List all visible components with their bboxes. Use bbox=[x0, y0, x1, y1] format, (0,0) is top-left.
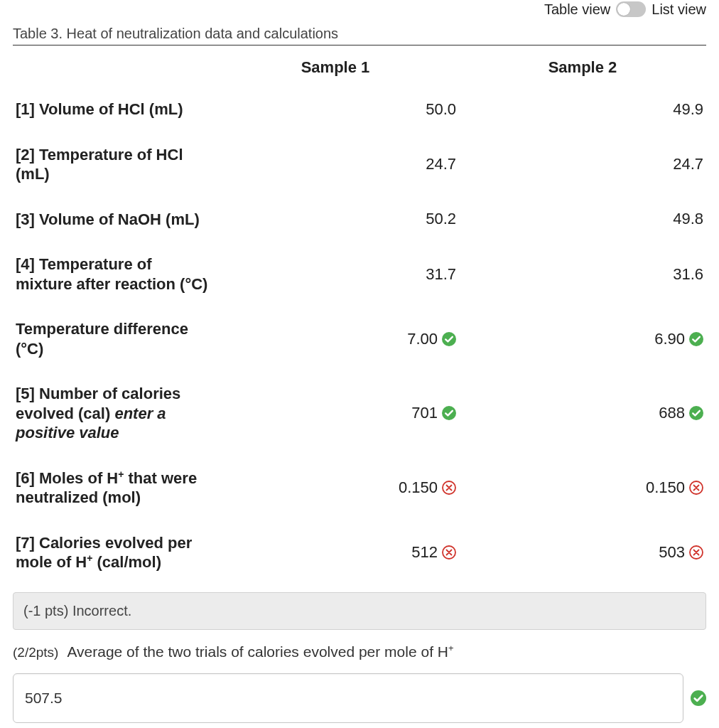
table-row: [7] Calories evolved per mole of H+ (cal… bbox=[13, 523, 706, 588]
check-circle-icon bbox=[442, 332, 456, 346]
row-value-sample2: 0.150 bbox=[459, 459, 706, 523]
row-value-sample1: 0.150 bbox=[212, 459, 459, 523]
view-toggle-label-left: Table view bbox=[544, 1, 610, 18]
feedback-text: (-1 pts) Incorrect. bbox=[23, 603, 131, 619]
question-text: Average of the two trials of calories ev… bbox=[67, 643, 453, 660]
row-value-sample1: 24.7 bbox=[212, 135, 459, 200]
row-value-sample2: 31.6 bbox=[459, 245, 706, 309]
table-row: [5] Number of calories evolved (cal) ent… bbox=[13, 374, 706, 459]
row-value-sample2: 6.90 bbox=[459, 309, 706, 374]
view-toggle-switch[interactable] bbox=[616, 1, 646, 17]
row-label: [1] Volume of HCl (mL) bbox=[13, 90, 212, 135]
question-prompt: (2/2pts) Average of the two trials of ca… bbox=[13, 643, 706, 660]
x-circle-icon bbox=[442, 545, 456, 560]
check-circle-icon bbox=[689, 406, 703, 420]
check-circle-icon bbox=[689, 332, 703, 346]
row-value-sample2: 49.9 bbox=[459, 90, 706, 135]
answer-value: 507.5 bbox=[25, 690, 63, 706]
rule bbox=[13, 45, 706, 46]
table-caption: Table 3. Heat of neutralization data and… bbox=[13, 26, 706, 42]
row-value-sample2: 503 bbox=[459, 523, 706, 588]
col-header-sample1: Sample 1 bbox=[212, 48, 459, 90]
table-row: [1] Volume of HCl (mL)50.049.9 bbox=[13, 90, 706, 135]
row-label: Temperature difference (°C) bbox=[13, 309, 212, 374]
x-circle-icon bbox=[442, 481, 456, 495]
x-circle-icon bbox=[689, 545, 703, 560]
row-value-sample1: 50.0 bbox=[212, 90, 459, 135]
view-toggle-label-right: List view bbox=[652, 1, 706, 18]
row-label: [5] Number of calories evolved (cal) ent… bbox=[13, 374, 212, 459]
table-row: [2] Temperature of HCl (mL)24.724.7 bbox=[13, 135, 706, 200]
row-value-sample1: 701 bbox=[212, 374, 459, 459]
x-circle-icon bbox=[689, 481, 703, 495]
table-row: [4] Temperature of mixture after reactio… bbox=[13, 245, 706, 309]
row-value-sample2: 688 bbox=[459, 374, 706, 459]
row-value-sample1: 50.2 bbox=[212, 200, 459, 245]
data-table: Sample 1 Sample 2 [1] Volume of HCl (mL)… bbox=[13, 48, 706, 588]
row-value-sample1: 31.7 bbox=[212, 245, 459, 309]
check-circle-icon bbox=[691, 690, 706, 706]
table-row: [3] Volume of NaOH (mL)50.249.8 bbox=[13, 200, 706, 245]
view-toggle: Table view List view bbox=[13, 0, 706, 18]
row-value-sample2: 49.8 bbox=[459, 200, 706, 245]
row-value-sample1: 7.00 bbox=[212, 309, 459, 374]
row-label: [4] Temperature of mixture after reactio… bbox=[13, 245, 212, 309]
answer-input[interactable]: 507.5 bbox=[13, 673, 683, 723]
row-label: [6] Moles of H+ that were neutralized (m… bbox=[13, 459, 212, 523]
table-row: Temperature difference (°C)7.006.90 bbox=[13, 309, 706, 374]
feedback-panel: (-1 pts) Incorrect. bbox=[13, 592, 706, 630]
answer-row: 507.5 bbox=[13, 673, 706, 723]
row-label: [2] Temperature of HCl (mL) bbox=[13, 135, 212, 200]
table-row: [6] Moles of H+ that were neutralized (m… bbox=[13, 459, 706, 523]
row-value-sample1: 512 bbox=[212, 523, 459, 588]
row-label: [7] Calories evolved per mole of H+ (cal… bbox=[13, 523, 212, 588]
question-points: (2/2pts) bbox=[13, 645, 58, 660]
col-header-sample2: Sample 2 bbox=[459, 48, 706, 90]
row-value-sample2: 24.7 bbox=[459, 135, 706, 200]
row-label: [3] Volume of NaOH (mL) bbox=[13, 200, 212, 245]
check-circle-icon bbox=[442, 406, 456, 420]
